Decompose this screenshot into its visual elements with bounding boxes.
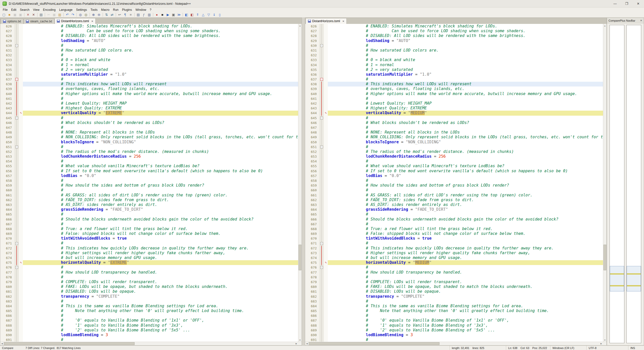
code-text[interactable]: lodChunkRenderDistanceRadius = 256	[23, 154, 298, 159]
code-text[interactable]: #	[23, 116, 298, 120]
indent-guide-icon[interactable]: ≡	[128, 12, 133, 17]
status-encoding[interactable]: UTF-8	[587, 346, 628, 350]
redo-icon[interactable]: ↷	[70, 12, 75, 17]
code-text[interactable]: #	[23, 53, 298, 58]
code-text[interactable]: #	[328, 43, 603, 48]
menu-item-window[interactable]: Window	[134, 8, 148, 12]
copy-icon[interactable]: ▣	[52, 12, 57, 17]
code-text[interactable]: # Higher settings will render higher qua…	[328, 251, 603, 255]
code-text[interactable]: transparency = "COMPLETE"	[328, 294, 603, 299]
code-text[interactable]: # 0 = black and white	[23, 58, 298, 62]
code-text[interactable]: # Highest Quality: EXTREME	[328, 106, 603, 111]
menu-item-plugins[interactable]: Plugins	[120, 8, 134, 12]
scroll-down-arrow-icon[interactable]: ▼	[603, 338, 607, 342]
code-text[interactable]: grassSideRendering = "FADE_TO_DIRT"	[328, 207, 603, 212]
code-text[interactable]: tintWithAvoidedBlocks = true	[328, 236, 603, 241]
zoom-in-icon[interactable]: ⊕	[91, 12, 96, 17]
right-vertical-scroll-thumb[interactable]	[603, 245, 606, 270]
code-text[interactable]: #	[23, 125, 298, 130]
code-text[interactable]: #	[328, 178, 603, 183]
code-text[interactable]: # but will increase memory and GPU usage…	[23, 255, 298, 260]
code-text[interactable]: # FAKE: LODs will be opaque, but shaded …	[23, 284, 298, 289]
code-text[interactable]: # ENABLED: Simulates Minecraft's block s…	[328, 24, 603, 29]
right-code-area[interactable]: 626 # ENABLED: Simulates Minecraft's blo…	[305, 24, 603, 342]
code-text[interactable]: # DISABLED: LODs will be opaque.	[23, 289, 298, 294]
fold-box-icon[interactable]: −	[15, 242, 18, 245]
code-text[interactable]: # DISABLED: All LOD sides will be render…	[328, 33, 603, 38]
code-text[interactable]: blocksToIgnore = "NON_COLLIDING"	[23, 140, 298, 145]
code-text[interactable]: blocksToIgnore = "NON_COLLIDING"	[328, 140, 603, 145]
code-text[interactable]: lodBiomeBlending = 3	[328, 333, 603, 337]
cut-icon[interactable]: ✂	[46, 12, 51, 17]
code-text[interactable]: # How should the sides and bottom of gra…	[328, 183, 603, 188]
maximize-button[interactable]: ❐	[621, 0, 632, 7]
pane-splitter[interactable]	[302, 18, 305, 345]
fold-box-icon[interactable]: −	[320, 242, 323, 245]
word-wrap-icon[interactable]: ↩	[117, 12, 122, 17]
menu-item-view[interactable]: View	[31, 8, 41, 12]
code-text[interactable]: # The radius of the mod's render distanc…	[23, 149, 298, 154]
find-icon[interactable]: ◎	[78, 12, 83, 17]
menu-item-file[interactable]: File	[1, 8, 9, 12]
code-text[interactable]: # If set to 0 the mod wont overwrite van…	[328, 169, 603, 173]
navbar-strip-right[interactable]	[626, 25, 641, 343]
menu-item-language[interactable]: Language	[57, 8, 74, 12]
left-vertical-scrollbar[interactable]: ▲ ▼	[298, 24, 302, 342]
open-folder-icon[interactable]: ■	[7, 12, 12, 17]
code-text[interactable]: saturationMultiplier = "1.0"	[23, 72, 298, 77]
tab-DistantHorizons.toml[interactable]: DistantHorizons.toml✕	[306, 18, 347, 24]
scroll-up-arrow-icon[interactable]: ▲	[603, 24, 607, 27]
right-horizontal-scroll-thumb[interactable]	[309, 342, 439, 345]
macro-play-icon[interactable]: ▶	[165, 12, 171, 17]
last-diff-icon[interactable]: ⇓	[212, 12, 217, 17]
document-map-icon[interactable]: ▤	[136, 12, 141, 17]
code-text[interactable]: # ENABLED: Simulates Minecraft's block s…	[23, 24, 298, 29]
code-text[interactable]: #	[23, 265, 298, 270]
code-text[interactable]: #	[23, 275, 298, 280]
code-text[interactable]: # overhangs, caves, floating islands, et…	[23, 86, 298, 91]
code-text[interactable]: lodShading = "AUTO"	[23, 38, 298, 43]
code-text[interactable]: #	[23, 77, 298, 82]
scroll-up-arrow-icon[interactable]: ▲	[298, 24, 302, 27]
menu-item-edit[interactable]: Edit	[9, 8, 18, 12]
code-text[interactable]: #	[328, 125, 603, 130]
fold-box-icon[interactable]: −	[320, 117, 323, 119]
code-text[interactable]: # This indicates how well LODs will repr…	[23, 82, 298, 86]
code-text[interactable]: # Note that anything other than '0' will…	[328, 309, 603, 313]
code-text[interactable]: lodChunkRenderDistanceRadius = 256	[328, 154, 603, 159]
menu-item-run[interactable]: Run	[111, 8, 120, 12]
document-list-icon[interactable]: ▥	[147, 12, 152, 17]
menu-item-settings[interactable]: Settings	[74, 8, 89, 12]
code-text[interactable]: # False: shipped blocks will not change …	[328, 231, 603, 236]
code-text[interactable]: # True: a red flower will tint the grass…	[328, 227, 603, 231]
code-text[interactable]: # This indicates how well LODs will repr…	[328, 82, 603, 86]
code-text[interactable]: #	[328, 212, 603, 217]
code-text[interactable]: #	[328, 188, 603, 193]
code-text[interactable]: # How should LOD transparency be handled…	[328, 270, 603, 275]
macro-record-icon[interactable]: ●	[154, 12, 159, 17]
fold-box-icon[interactable]: −	[15, 146, 18, 148]
left-vertical-scroll-thumb[interactable]	[299, 245, 301, 270]
left-horizontal-scrollbar[interactable]: ◀ ▶	[0, 342, 302, 345]
code-text[interactable]: #	[328, 299, 603, 304]
save-icon[interactable]: ▣	[12, 12, 18, 17]
zoom-out-icon[interactable]: ⊖	[96, 12, 102, 17]
close-all-icon[interactable]: ✕	[31, 12, 36, 17]
next-diff-icon[interactable]: ▽	[206, 12, 211, 17]
code-text[interactable]: # Lowest Quality: HEIGHT_MAP	[328, 101, 603, 106]
code-text[interactable]: #	[23, 96, 298, 101]
scroll-left-arrow-icon[interactable]: ◀	[305, 342, 309, 345]
code-text[interactable]: # FADE_TO_DIRT: sides fade from grass to…	[328, 198, 603, 202]
code-text[interactable]: # How should LOD transparency be handled…	[23, 270, 298, 275]
code-text[interactable]: #	[328, 337, 603, 342]
code-text[interactable]: #	[328, 313, 603, 318]
right-vertical-scrollbar[interactable]: ▲ ▼	[603, 24, 607, 342]
code-text[interactable]: # What blocks shouldn't be rendered as L…	[23, 120, 298, 125]
code-text[interactable]: # AS_DIRT: sides render entirely as dirt…	[328, 202, 603, 207]
code-text[interactable]: # Should the blocks underneath avoided b…	[328, 217, 603, 222]
code-text[interactable]: #	[23, 299, 298, 304]
save-all-icon[interactable]: ▣	[18, 12, 23, 17]
menu-item-search[interactable]: Search	[18, 8, 31, 12]
sync-vertical-scroll-icon[interactable]: ⇅	[104, 12, 109, 17]
code-text[interactable]: # 2 = very saturated	[23, 67, 298, 72]
